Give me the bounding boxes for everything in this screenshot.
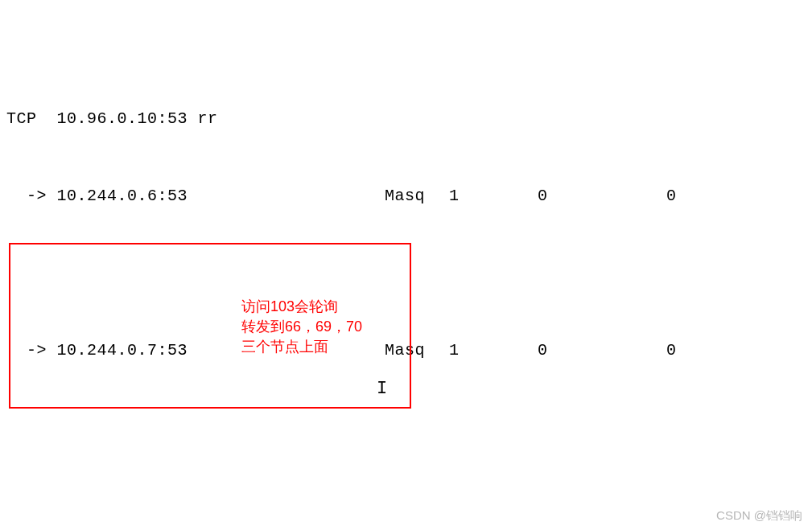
vip: 10.96.0.10:53 — [57, 109, 188, 128]
fwd: Masq — [385, 338, 449, 364]
annotation-line: 三个节点上面 — [241, 337, 394, 357]
proto: TCP — [6, 109, 37, 128]
inact: 0 — [666, 183, 763, 209]
watermark: CSDN @铛铛响 — [716, 508, 802, 524]
weight: 1 — [449, 338, 538, 364]
active: 0 — [538, 338, 666, 364]
dest-addr: 10.244.0.7:53 — [57, 341, 188, 359]
dest-addr: 10.244.0.6:53 — [57, 187, 188, 205]
weight: 1 — [449, 183, 538, 209]
annotation-text: 访问103会轮询 转发到66，69，70 三个节点上面 — [241, 297, 394, 358]
dest-row: -> 10.244.0.7:53 Masq 1 0 0 — [6, 338, 812, 364]
annotation-line: 转发到66，69，70 — [241, 317, 394, 337]
service-header-row: TCP 10.96.0.10:53 rr — [6, 106, 812, 132]
inact: 0 — [666, 338, 763, 364]
sched: rr — [198, 109, 218, 128]
text-cursor-icon: I — [377, 375, 388, 403]
active: 0 — [538, 183, 666, 209]
annotation-line: 访问103会轮询 — [241, 297, 394, 317]
fwd: Masq — [385, 183, 449, 209]
ipvs-output: TCP 10.96.0.10:53 rr -> 10.244.0.6:53 Ma… — [6, 3, 812, 530]
dest-row: -> 10.244.0.6:53 Masq 1 0 0 — [6, 183, 812, 209]
